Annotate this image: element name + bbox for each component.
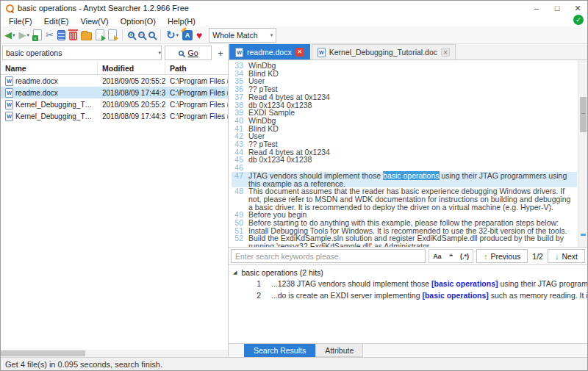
down-arrow-icon: ↓ — [555, 252, 559, 261]
results-group-header[interactable]: ◢ basic operations (2 hits) — [229, 267, 587, 278]
line-text: JTAG vendors should implement those basi… — [248, 172, 577, 187]
menu-file[interactable]: File(F) — [4, 16, 37, 26]
cut-button[interactable]: ✂ — [45, 28, 54, 43]
menu-bar: File(F) Edit(E) View(V) Option(O) Help(H… — [1, 15, 587, 26]
file-name: readme.docx — [15, 77, 58, 85]
forward-button[interactable]: ▶▾ — [18, 28, 31, 43]
tab-readme-docx[interactable]: W readme.docx ✕ — [229, 44, 310, 60]
tab-label: readme.docx — [247, 48, 292, 57]
match-case-button[interactable]: Aa — [429, 253, 445, 260]
scrollbar-thumb[interactable] — [1, 350, 85, 356]
editor-line: 45db 0x1234 0x1238 — [232, 156, 577, 164]
delete-button[interactable] — [68, 28, 78, 43]
match-mode-value: Whole Match — [212, 31, 257, 40]
index-manager-button[interactable]: A — [182, 28, 193, 43]
toolbar-separator — [160, 29, 161, 41]
toolbar-separator — [122, 29, 123, 41]
regex-button[interactable]: (.*) — [456, 253, 473, 260]
result-index: 1 — [229, 279, 261, 288]
line-text: Build the ExdiKdSample.sln solution and … — [248, 234, 577, 247]
line-number: 52 — [232, 234, 243, 247]
file-path: C:\Program Files (x86)\ — [165, 110, 228, 122]
column-header-modified[interactable]: Modified — [98, 62, 165, 74]
zoom-in-button[interactable]: + — [127, 28, 135, 43]
column-header-name[interactable]: Name — [1, 62, 98, 74]
editor-line: 35User — [232, 77, 577, 85]
open-folder-icon — [81, 32, 92, 40]
update-status-icon[interactable]: ✓ — [573, 15, 584, 25]
file-list: Wreadme.docx2018/09/05 20:55:28C:\Progra… — [1, 75, 228, 122]
zoom-out-button[interactable]: − — [137, 28, 146, 43]
doc-export-icon — [96, 29, 104, 40]
result-row[interactable]: 2...do is create an EXDI server implemen… — [229, 289, 587, 301]
tree-expand-icon[interactable]: ◢ — [233, 270, 237, 275]
close-button[interactable]: ✕ — [573, 4, 583, 13]
chevron-down-icon: ▾ — [176, 32, 179, 38]
vertical-scrollbar[interactable] — [578, 60, 587, 247]
result-match-text: [basic operations] — [431, 279, 498, 288]
editor-line: 47JTAG vendors should implement those ba… — [232, 172, 577, 187]
line-text: User — [248, 132, 577, 140]
file-name: Kernel_Debugging_Tutorial... — [15, 112, 93, 120]
whole-word-button[interactable]: ❝ — [445, 253, 456, 260]
editor-line: 48This document assumes that the reader … — [232, 187, 577, 211]
tab-kernel-debugging-tutorial-doc[interactable]: W Kernel_Debugging_Tutorial.doc ✕ — [312, 44, 456, 60]
line-number: 37 — [232, 93, 243, 101]
preview-panel: W readme.docx ✕ W Kernel_Debugging_Tutor… — [229, 44, 587, 357]
zoom-in-icon: + — [128, 32, 135, 38]
tab-search-results[interactable]: Search Results — [244, 344, 315, 357]
copy-icon — [57, 30, 65, 40]
editor-tab-bar: W readme.docx ✕ W Kernel_Debugging_Tutor… — [229, 44, 587, 60]
search-query-input[interactable] — [3, 48, 157, 57]
go-button[interactable]: Go — [165, 46, 212, 60]
result-snippet: ...1238 JTAG vendors should implement th… — [271, 279, 587, 288]
copy-button[interactable] — [57, 28, 66, 43]
tab-attribute[interactable]: Attribute — [315, 344, 363, 357]
scrollbar-thumb[interactable] — [580, 97, 587, 132]
editor-line: 34Blind KD — [232, 70, 577, 78]
result-row[interactable]: 1...1238 JTAG vendors should implement t… — [229, 278, 587, 289]
menu-help[interactable]: Help(H) — [162, 16, 201, 26]
back-button[interactable]: ◀▾ — [4, 28, 16, 43]
line-text: This document assumes that the reader ha… — [248, 187, 577, 211]
previous-button[interactable]: ↑ Previous — [476, 249, 528, 263]
next-button[interactable]: ↓ Next — [548, 249, 585, 263]
column-header-path[interactable]: Path — [165, 62, 228, 74]
chevron-down-icon[interactable]: ▾ — [158, 50, 161, 56]
horizontal-scrollbar[interactable] — [1, 350, 228, 357]
excel-export-button[interactable] — [32, 28, 43, 43]
file-path: C:\Program Files (x86)\ — [165, 75, 228, 87]
minimize-button[interactable]: – — [531, 4, 542, 12]
refresh-button[interactable]: ↻▾ — [165, 28, 179, 43]
file-row[interactable]: WKernel_Debugging_Tutorial...2018/09/05 … — [1, 98, 228, 110]
file-modified: 2018/08/09 17:44:30 — [98, 110, 165, 122]
file-row[interactable]: WKernel_Debugging_Tutorial...2018/08/09 … — [1, 110, 228, 122]
document-viewer[interactable]: 33WinDbg34Blind KD35User36?? pTest37Read… — [229, 60, 587, 247]
search-results-panel: ◢ basic operations (2 hits) 1...1238 JTA… — [229, 264, 587, 343]
add-tab-button[interactable]: + — [215, 46, 226, 60]
menu-edit[interactable]: Edit(E) — [39, 16, 74, 26]
search-query-combobox[interactable]: ▾ — [2, 46, 162, 60]
match-mode-select[interactable]: Whole Match▾ — [209, 28, 276, 43]
close-tab-icon[interactable]: ✕ — [295, 48, 304, 57]
close-tab-icon[interactable]: ✕ — [441, 48, 450, 57]
line-text: EXDI Sample — [248, 109, 577, 117]
search-button[interactable] — [148, 28, 156, 43]
find-keywords-input[interactable] — [231, 249, 426, 263]
file-row[interactable]: Wreadme.docx2018/09/05 20:55:28C:\Progra… — [1, 75, 228, 87]
maximize-button[interactable]: □ — [552, 4, 562, 12]
document-content: 33WinDbg34Blind KD35User36?? pTest37Read… — [232, 62, 577, 247]
match-counter: 1/2 — [531, 252, 545, 261]
open-folder-button[interactable] — [80, 28, 93, 43]
menu-option[interactable]: Option(O) — [115, 16, 161, 26]
editor-line: 40WinDbg — [232, 117, 577, 125]
doc-import-icon — [108, 29, 117, 40]
editor-line: 42User — [232, 132, 577, 140]
doc-export-button[interactable] — [95, 28, 105, 43]
line-number: 47 — [232, 172, 243, 187]
line-text: Blind KD — [248, 70, 577, 78]
file-row[interactable]: Wreadme.docx2018/08/09 17:44:32C:\Progra… — [1, 87, 228, 98]
donate-button[interactable]: ♥ — [196, 28, 203, 43]
menu-view[interactable]: View(V) — [75, 16, 113, 26]
doc-import-button[interactable] — [107, 28, 118, 43]
